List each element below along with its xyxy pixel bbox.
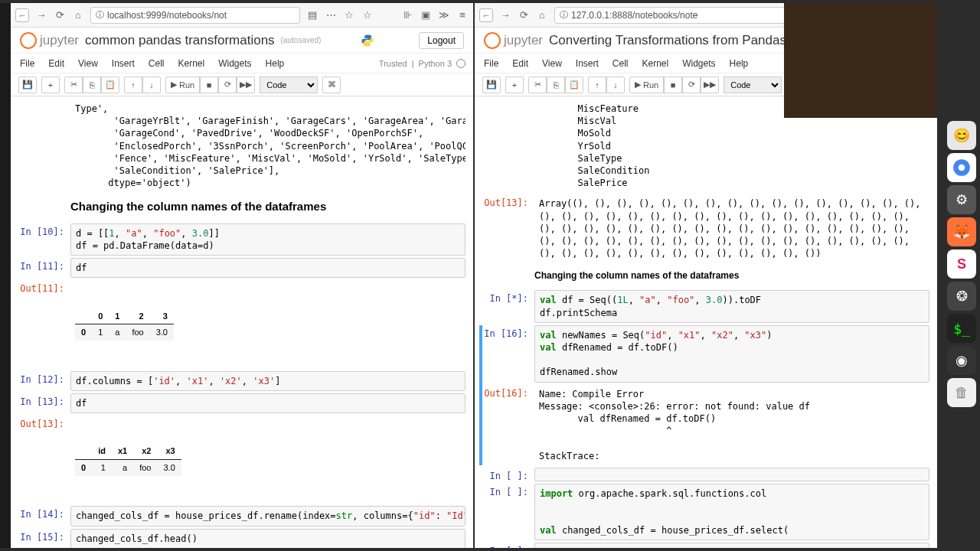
code-cell[interactable]: val newNames = Seq("id", "x1", "x2", "x3… [534,325,929,383]
move-up-button[interactable]: ↑ [124,77,142,93]
settings-icon[interactable]: ⚙ [947,185,976,214]
run-button[interactable]: ▶ Run [629,77,664,93]
menu-insert[interactable]: Insert [576,58,599,69]
obs-icon[interactable]: ◉ [947,346,976,375]
code-cell[interactable]: d = [[1, "a", "foo", 3.0]] df = pd.DataF… [70,223,466,256]
restart-button[interactable]: ⟳ [682,77,701,93]
code-cell[interactable]: import org.apache.spark.sql.functions.co… [534,484,929,541]
notebook-title[interactable]: Converting Transformations from Pandas t… [549,33,820,48]
menu-view[interactable]: View [542,58,562,69]
menu-widgets[interactable]: Widgets [218,58,251,69]
terminal-icon[interactable]: $_ [947,314,976,343]
menu-edit[interactable]: Edit [48,58,64,69]
home-button[interactable]: ⌂ [536,9,548,21]
forward-button[interactable]: → [499,9,511,21]
code-cell[interactable]: df [70,258,466,278]
overflow-icon[interactable]: ≫ [438,9,450,21]
url-text: localhost:9999/notebooks/not [107,10,227,21]
info-icon: ⓘ [560,9,568,21]
chrome-icon[interactable] [947,153,976,182]
save-button[interactable]: 💾 [18,77,37,93]
menu-file[interactable]: File [20,58,34,69]
app-icon[interactable]: ❂ [947,282,976,311]
code-cell[interactable] [534,468,929,481]
menu-kernel[interactable]: Kernel [642,58,669,69]
back-button[interactable]: ← [15,8,29,22]
jupyter-header: jupyter common pandas transformations (a… [11,28,473,54]
code-cell[interactable] [534,543,929,548]
reload-button[interactable]: ⟳ [54,9,66,21]
menu-help[interactable]: Help [730,58,749,69]
stop-button[interactable]: ■ [200,77,218,93]
star-icon[interactable]: ☆ [343,9,355,21]
logout-button[interactable]: Logout [419,32,464,49]
menu-insert[interactable]: Insert [112,58,135,69]
markdown-heading: Changing the column names of the datafra… [534,265,929,288]
menu-cell[interactable]: Cell [149,58,165,69]
copy-button[interactable]: ⎘ [83,77,101,93]
bookmark-icon[interactable]: ☆ [361,9,374,21]
jupyter-logo[interactable]: jupyter [20,32,79,49]
browser-window-left: ← → ⟳ ⌂ ⓘ localhost:9999/notebooks/not ▤… [11,3,473,548]
output-table: 0123 01afoo3.0 [70,280,466,368]
menu-help[interactable]: Help [266,58,285,69]
svg-point-1 [959,165,965,171]
restart-button[interactable]: ⟳ [218,77,237,93]
url-bar[interactable]: ⓘ localhost:9999/notebooks/not [90,7,300,24]
cut-button[interactable]: ✂ [64,77,83,93]
cell-type-select[interactable]: Code [260,77,318,93]
menu-bar: File Edit View Insert Cell Kernel Widget… [11,54,473,73]
reader-icon[interactable]: ▤ [306,9,318,21]
hamburger-icon[interactable]: ≡ [456,9,469,21]
home-button[interactable]: ⌂ [72,9,84,21]
menu-view[interactable]: View [78,58,98,69]
more-icon[interactable]: ⋯ [325,9,337,21]
sidebar-icon[interactable]: ▣ [420,9,432,21]
library-icon[interactable]: ⊪ [401,9,413,21]
jupyter-logo[interactable]: jupyter [484,32,543,49]
notebook-area[interactable]: Type', 'GarageYrBlt', 'GarageFinish', 'G… [11,96,473,548]
output-table: idx1x2x3 01afoo3.0 [70,416,466,504]
forward-button[interactable]: → [35,9,47,21]
code-cell[interactable]: df [70,393,466,413]
notebook-area[interactable]: MiscFeature MiscVal MoSold YrSold SaleTy… [475,96,937,548]
cut-button[interactable]: ✂ [528,77,547,93]
menu-file[interactable]: File [484,58,498,69]
output-text: Type', 'GarageYrBlt', 'GarageFinish', 'G… [70,99,466,192]
trash-icon[interactable]: 🗑 [947,378,976,407]
markdown-heading: Changing the column names of the datafra… [70,194,466,220]
move-down-button[interactable]: ↓ [142,77,161,93]
restart-run-button[interactable]: ▶▶ [237,77,255,93]
webcam-overlay [784,3,937,118]
menu-cell[interactable]: Cell [612,58,629,69]
copy-button[interactable]: ⎘ [547,77,565,93]
paste-button[interactable]: 📋 [101,77,119,93]
finder-icon[interactable]: 😊 [947,121,976,150]
add-cell-button[interactable]: + [41,77,60,93]
back-button[interactable]: ← [479,8,493,22]
menu-edit[interactable]: Edit [512,58,528,69]
save-button[interactable]: 💾 [482,77,501,93]
url-text: 127.0.0.1:8888/notebooks/note [571,10,697,21]
add-cell-button[interactable]: + [505,77,524,93]
run-button[interactable]: ▶ Run [165,77,200,93]
command-palette-button[interactable]: ⌘ [322,77,341,93]
code-cell[interactable]: df.columns = ['id', 'x1', 'x2', 'x3'] [70,371,466,391]
reload-button[interactable]: ⟳ [518,9,530,21]
kernel-name: Python 3 [419,59,452,68]
cell-type-select[interactable]: Code [724,77,782,93]
restart-run-button[interactable]: ▶▶ [701,77,719,93]
toolbar: 💾 + ✂ ⎘ 📋 ↑ ↓ ▶ Run ■ ⟳ ▶▶ Code ⌘ [11,73,473,96]
move-down-button[interactable]: ↓ [606,77,625,93]
firefox-icon[interactable]: 🦊 [947,217,976,246]
code-cell[interactable]: changed_cols_df = house_prices_df.rename… [70,506,466,526]
code-cell[interactable]: val df = Seq((1L, "a", "foo", 3.0)).toDF… [534,290,929,322]
menu-widgets[interactable]: Widgets [682,58,715,69]
paste-button[interactable]: 📋 [565,77,583,93]
stop-button[interactable]: ■ [664,77,682,93]
menu-kernel[interactable]: Kernel [178,58,205,69]
slack-icon[interactable]: S [947,249,976,279]
notebook-title[interactable]: common pandas transformations [85,33,275,48]
move-up-button[interactable]: ↑ [588,77,606,93]
code-cell[interactable]: changed_cols_df.head() [70,529,466,548]
